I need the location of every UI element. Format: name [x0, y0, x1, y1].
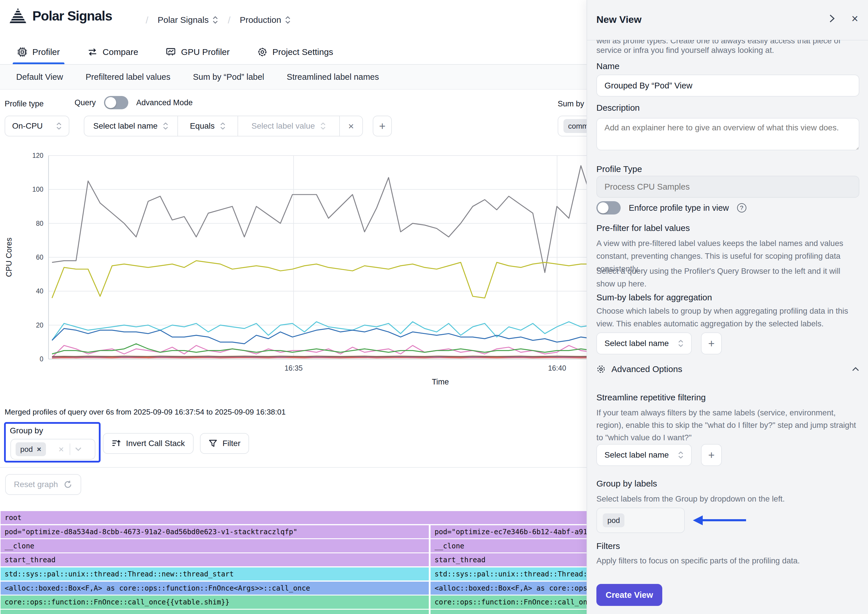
filters-heading: Filters: [597, 541, 620, 551]
chevron-right-icon[interactable]: [828, 14, 835, 23]
polar-signals-app: { "brand": {"name": "Polar Signals"}, "b…: [0, 0, 868, 614]
select-placeholder: Select label name: [604, 451, 669, 460]
flame-frame-label: <alloc::boxed::Box<F,A> as core::ops::fu…: [1, 584, 310, 592]
description-textarea[interactable]: [597, 118, 859, 150]
help-question-icon[interactable]: ?: [737, 203, 746, 213]
flame-frame[interactable]: <alloc::boxed::Box<F,A> as core::ops::fu…: [1, 581, 429, 595]
advanced-options-row[interactable]: Advanced Options: [597, 364, 859, 374]
create-view-button[interactable]: Create View: [597, 584, 662, 606]
flame-frame[interactable]: std::sys::pal::unix::thread::Thread::new…: [1, 567, 429, 580]
flame-frame-label: root: [1, 513, 22, 522]
flame-frame-label: pod="optimize-d8a534ad-8cbb-4673-91a2-0a…: [1, 528, 297, 536]
sumby-body: Choose which labels to group by when agg…: [597, 305, 859, 330]
select-divider: [70, 443, 70, 455]
enforce-label: Enforce profile type in view: [629, 203, 729, 213]
flame-frame-label: start_thread: [431, 556, 485, 564]
plus-icon: +: [708, 449, 715, 462]
groupby-labels-box: pod: [597, 508, 685, 533]
select-placeholder: Select label name: [604, 339, 669, 348]
groupby-labels-heading: Group by labels: [597, 479, 657, 488]
enforce-profile-type-toggle[interactable]: [597, 201, 621, 215]
group-by-label: Group by: [10, 426, 43, 435]
flame-frame-label: std::sys::pal::unix::thread::Thread::new…: [1, 570, 234, 578]
profile-type-input[interactable]: [597, 176, 859, 198]
panel-title: New View: [597, 14, 642, 25]
chevron-down-icon[interactable]: [75, 447, 82, 452]
group-by-select[interactable]: pod × ×: [11, 439, 95, 460]
toggle-knob: [598, 202, 609, 213]
sumby-label-select[interactable]: Select label name: [597, 333, 692, 354]
name-input[interactable]: [597, 75, 859, 96]
name-label: Name: [597, 61, 620, 71]
gear-icon: [597, 365, 606, 374]
flame-frame-label: __clone: [431, 542, 464, 550]
close-icon[interactable]: ×: [851, 14, 858, 23]
scrolled-intro-clip: well as profile types. Create one to alw…: [587, 40, 868, 59]
clear-all-x-icon[interactable]: ×: [59, 444, 64, 455]
filters-body: Apply filters to focus on specific parts…: [597, 555, 859, 567]
sort-chevrons-icon: [678, 451, 684, 459]
panel-header: New View ×: [587, 0, 868, 40]
chevron-up-icon: [852, 367, 859, 372]
add-sumby-label-button[interactable]: +: [701, 333, 722, 354]
flame-frame-label: core::ops::function::FnOnce::call_once{{…: [1, 598, 229, 606]
flame-frame[interactable]: pod="optimize-d8a534ad-8cbb-4673-91a2-0a…: [1, 525, 429, 538]
sumby-heading: Sum-by labels for aggregation: [597, 292, 712, 302]
new-view-panel: New View × well as profile types. Create…: [587, 0, 868, 614]
flame-frame[interactable]: core::ops::function::FnOnce::call_once{{…: [1, 595, 429, 608]
groupby-pod-chip[interactable]: pod: [603, 513, 625, 527]
streamline-label-select[interactable]: Select label name: [597, 444, 692, 466]
chip-label: pod: [20, 445, 33, 454]
intro-text: well as profile types. Create one to alw…: [597, 40, 859, 55]
advanced-heading: Advanced Options: [611, 364, 682, 374]
sort-chevrons-icon: [678, 339, 684, 347]
flame-frame[interactable]: start_thread: [1, 553, 429, 566]
chip-remove-x-icon[interactable]: ×: [37, 445, 41, 454]
groupby-labels-body: Select labels from the Group by dropdown…: [597, 493, 859, 505]
streamline-heading: Streamline repetitive filtering: [597, 393, 706, 403]
flame-frame[interactable]: [1, 610, 429, 614]
plus-icon: +: [708, 337, 715, 350]
prefilter-body-2: Select a query using the Profiler's Quer…: [597, 265, 859, 290]
group-by-chip[interactable]: pod ×: [16, 442, 46, 456]
flame-frame[interactable]: __clone: [1, 539, 429, 552]
add-streamline-label-button[interactable]: +: [701, 444, 722, 466]
group-by-highlight-box: Group by pod × ×: [4, 422, 101, 463]
profile-type-label: Profile Type: [597, 164, 642, 174]
description-label: Description: [597, 103, 640, 113]
pointer-arrow-left-icon: [693, 515, 747, 525]
streamline-body: If your team always filters by the same …: [597, 406, 859, 444]
prefilter-heading: Pre-filter for label values: [597, 223, 690, 233]
flame-frame-label: __clone: [1, 542, 34, 550]
flame-frame-label: start_thread: [1, 556, 56, 564]
flame-frame-label: pod="optimize-ec7e346b-6b12-4abf-a910: [431, 528, 592, 536]
